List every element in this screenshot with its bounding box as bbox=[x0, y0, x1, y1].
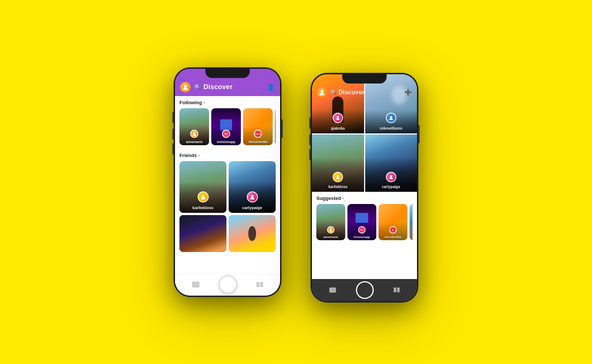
following-section: Following › annemarie bbox=[175, 96, 280, 149]
right-content: giakoka mikewilliams bbox=[312, 74, 417, 301]
right-user-avatar[interactable] bbox=[317, 88, 327, 97]
right-gallery-icon[interactable] bbox=[329, 288, 336, 293]
svg-point-2 bbox=[202, 195, 204, 197]
right-bottom-bar bbox=[312, 279, 417, 301]
following-header[interactable]: Following › bbox=[179, 100, 276, 105]
suggested-section: Suggested › annemarie bbox=[312, 192, 417, 244]
svg-point-5 bbox=[337, 116, 339, 118]
right-add-friend-icon[interactable]: ➕ bbox=[404, 89, 412, 96]
friends-header[interactable]: Friends › bbox=[179, 153, 276, 158]
story-annemarie[interactable]: annemarie bbox=[179, 108, 209, 145]
add-friend-icon[interactable]: 👤 bbox=[267, 83, 275, 91]
avatar-giakoka bbox=[333, 113, 343, 123]
name-an: an bbox=[275, 140, 276, 144]
right-stories-icon[interactable] bbox=[394, 288, 400, 292]
name-karliekloss: karliekloss bbox=[179, 205, 226, 210]
right-story-annemarie[interactable]: annemarie bbox=[316, 204, 345, 240]
left-user-avatar[interactable] bbox=[180, 82, 191, 92]
right-story-an[interactable]: an bbox=[410, 204, 413, 240]
left-search-area[interactable]: 🔍 Discover bbox=[194, 83, 263, 91]
logo-donut: Donut bbox=[254, 130, 262, 138]
svg-point-9 bbox=[330, 228, 332, 230]
friends-grid: karliekloss carlypaige bbox=[179, 161, 276, 252]
right-story-karliekloss[interactable]: karliekloss bbox=[312, 135, 364, 192]
svg-point-7 bbox=[337, 175, 339, 177]
name-carlypaige: carlypaige bbox=[229, 205, 276, 210]
story-invisionapp[interactable]: in invisionapp bbox=[211, 108, 241, 145]
right-name-karliekloss: karliekloss bbox=[312, 185, 364, 189]
right-shutter-button[interactable] bbox=[356, 281, 374, 299]
right-avatar-karliekloss bbox=[333, 172, 343, 182]
right-discover-title: Discover bbox=[339, 89, 364, 96]
avatar-karliekloss bbox=[198, 191, 209, 203]
suggested-scroll[interactable]: annemarie in invisionapp D donutmedia bbox=[316, 204, 413, 242]
right-friends-grid: karliekloss carlypaige bbox=[312, 135, 417, 192]
right-name-carlypaige: carlypaige bbox=[365, 185, 417, 189]
svg-point-1 bbox=[193, 132, 195, 134]
suggested-label: Suggested bbox=[316, 195, 341, 201]
suggested-chevron: › bbox=[342, 196, 344, 200]
right-story-invisionapp[interactable]: in invisionapp bbox=[347, 204, 376, 240]
left-bottom-bar bbox=[175, 273, 280, 296]
right-story-donutmedia[interactable]: D donutmedia bbox=[379, 204, 407, 240]
right-search-area[interactable]: 🔍 Discover bbox=[330, 89, 401, 96]
following-scroll[interactable]: annemarie in invisionapp Donut donutmedi… bbox=[179, 108, 276, 147]
right-avatar-carlypaige bbox=[386, 172, 396, 182]
friends-label: Friends bbox=[179, 153, 197, 158]
left-content: Following › annemarie bbox=[175, 96, 280, 296]
svg-point-6 bbox=[390, 116, 392, 118]
avatar-annemarie bbox=[190, 130, 198, 138]
following-chevron: › bbox=[204, 100, 205, 105]
right-search-icon: 🔍 bbox=[330, 89, 336, 95]
name-donutmedia: donutmedia bbox=[243, 140, 273, 144]
svg-point-0 bbox=[184, 85, 187, 88]
left-phone: 🔍 Discover 👤 Following › bbox=[174, 68, 281, 297]
name-mikewilliams: mikewilliams bbox=[365, 126, 417, 130]
left-shutter-button[interactable] bbox=[219, 275, 237, 294]
name-giakoka: giakoka bbox=[312, 126, 364, 130]
friends-chevron: › bbox=[198, 153, 200, 157]
logo-invision: in bbox=[222, 130, 230, 138]
story-donutmedia[interactable]: Donut donutmedia bbox=[243, 108, 273, 145]
right-phone: 🔍 Discover ➕ giakoka bbox=[311, 73, 418, 302]
story-extra1[interactable] bbox=[179, 215, 226, 252]
notch-left bbox=[205, 68, 250, 78]
story-an[interactable]: an bbox=[275, 108, 276, 145]
avatar-mikewilliams bbox=[386, 113, 396, 123]
left-gallery-icon[interactable] bbox=[192, 282, 199, 288]
story-carlypaige[interactable]: carlypaige bbox=[229, 161, 276, 213]
suggested-header[interactable]: Suggested › bbox=[316, 195, 413, 201]
story-extra2[interactable] bbox=[229, 215, 276, 252]
right-story-carlypaige[interactable]: carlypaige bbox=[365, 135, 417, 192]
name-annemarie: annemarie bbox=[179, 140, 209, 144]
svg-point-3 bbox=[251, 195, 253, 197]
left-stories-icon[interactable] bbox=[256, 282, 263, 287]
notch-right bbox=[342, 73, 387, 84]
left-discover-title: Discover bbox=[204, 83, 232, 91]
story-karliekloss[interactable]: karliekloss bbox=[179, 161, 226, 213]
following-label: Following bbox=[179, 100, 202, 105]
name-invisionapp: invisionapp bbox=[211, 140, 241, 144]
svg-point-8 bbox=[390, 175, 392, 177]
search-icon: 🔍 bbox=[194, 84, 201, 91]
friends-section: Friends › karliekloss bbox=[175, 149, 280, 254]
avatar-carlypaige bbox=[247, 191, 258, 203]
svg-point-4 bbox=[320, 90, 323, 93]
